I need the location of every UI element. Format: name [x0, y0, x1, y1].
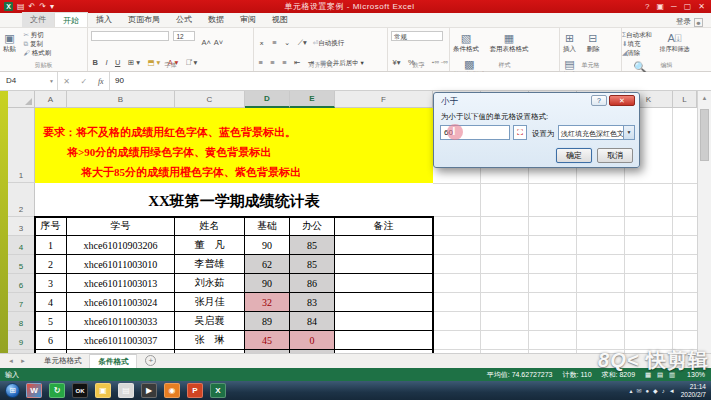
align-bottom-icon[interactable]: ⌄	[283, 38, 292, 47]
font-name-select[interactable]	[91, 31, 169, 41]
grow-font-icon[interactable]: A˄	[200, 38, 212, 47]
range-selector-button[interactable]: ⛶	[513, 125, 527, 140]
column-header-E[interactable]: E	[290, 91, 335, 108]
column-header-D[interactable]: D	[245, 91, 290, 108]
ribbon-tab-5[interactable]: 数据	[200, 12, 232, 27]
paste-button[interactable]: ▣粘贴	[0, 30, 19, 54]
column-header-A[interactable]: A	[35, 91, 67, 108]
undo-icon[interactable]: ↶	[29, 3, 36, 11]
confirm-entry-icon[interactable]: ✓	[81, 77, 88, 86]
cell-name[interactable]: 李普雄	[175, 255, 245, 274]
close-icon[interactable]: ✕	[698, 2, 705, 12]
cancel-button[interactable]: 取消	[597, 148, 633, 163]
scrollbar-thumb[interactable]	[700, 109, 709, 161]
row-header-8[interactable]: 8	[8, 312, 35, 331]
cell-name[interactable]: 吴启襄	[175, 312, 245, 331]
cell-office[interactable]: 0	[290, 331, 335, 350]
row-header-1[interactable]: 1	[8, 108, 35, 183]
namebox-dropdown-icon[interactable]: ▼	[49, 78, 54, 84]
table-header-3[interactable]: 基础	[245, 217, 290, 236]
tray-icon-0[interactable]: ▴	[629, 387, 632, 394]
requirements-cell[interactable]: 要求：将不及格的成绩用红色字体、蓝色背景标出。 将>90分的成绩用绿色字体、黄色…	[35, 108, 433, 183]
ok-button[interactable]: 确定	[556, 148, 592, 163]
autosum-button[interactable]: Σ自动求和	[622, 30, 652, 39]
orientation-icon[interactable]: ⟋▾	[296, 38, 308, 48]
bandicam-icon[interactable]: OK	[72, 383, 88, 398]
help-icon[interactable]: ?	[645, 2, 649, 12]
conditional-formatting-button[interactable]: ▧条件格式	[450, 30, 482, 54]
dialog-help-button[interactable]: ?	[591, 95, 607, 106]
row-header-6[interactable]: 6	[8, 274, 35, 293]
fill-button[interactable]: ⬇填充	[622, 39, 652, 48]
cell-no[interactable]: 2	[35, 255, 67, 274]
cell-remark[interactable]	[335, 274, 433, 293]
clear-button[interactable]: ◢清除	[622, 48, 652, 57]
tray-icon-3[interactable]: ◆	[653, 387, 658, 394]
restore-icon[interactable]: ▢	[684, 2, 692, 12]
table-title-cell[interactable]: XX班第一学期成绩统计表	[35, 183, 433, 217]
cell-id[interactable]: xhce61011003033	[67, 312, 175, 331]
vertical-scrollbar[interactable]: ▲	[697, 91, 711, 353]
cell-no[interactable]: 6	[35, 331, 67, 350]
cell-name[interactable]: 董 凡	[175, 236, 245, 255]
tray-icon-2[interactable]: ●	[645, 388, 649, 394]
tray-icon-1[interactable]: ✉	[636, 387, 641, 394]
ribbon-tab-7[interactable]: 视图	[264, 12, 296, 27]
cell-office[interactable]: 86	[290, 274, 335, 293]
row-header-2[interactable]: 2	[8, 183, 35, 217]
scroll-up-icon[interactable]: ▲	[698, 91, 711, 101]
name-box[interactable]: D4▼	[0, 72, 58, 90]
ribbon-tab-1[interactable]: 开始	[54, 12, 88, 27]
cell-remark[interactable]	[335, 312, 433, 331]
align-middle-icon[interactable]: ≡	[271, 38, 278, 47]
ribbon-tab-2[interactable]: 插入	[88, 12, 120, 27]
start-button[interactable]: ⊞	[5, 383, 20, 398]
number-format-select[interactable]: 常规	[391, 31, 443, 41]
cell-name[interactable]: 张月佳	[175, 293, 245, 312]
ribbon-tab-6[interactable]: 审阅	[232, 12, 264, 27]
column-header-B[interactable]: B	[67, 91, 175, 108]
table-header-2[interactable]: 姓名	[175, 217, 245, 236]
row-header-4[interactable]: 4	[8, 236, 35, 255]
format-as-table-button[interactable]: ▦套用表格格式	[486, 30, 531, 54]
table-header-0[interactable]: 序号	[35, 217, 67, 236]
cell-basic[interactable]: 45	[245, 331, 290, 350]
cell-remark[interactable]	[335, 236, 433, 255]
delete-cells-button[interactable]: ⊟删除	[583, 30, 602, 54]
cell-basic[interactable]: 90	[245, 274, 290, 293]
insert-cells-button[interactable]: ⊞插入	[560, 30, 579, 54]
wrap-text-button[interactable]: ⏎自动换行	[313, 39, 344, 46]
save-icon[interactable]: ▤	[17, 3, 25, 11]
cell-name[interactable]: 张 琳	[175, 331, 245, 350]
tab-scroll-right-icon[interactable]: ►	[20, 358, 26, 364]
ribbon-tab-3[interactable]: 页面布局	[120, 12, 168, 27]
cell-remark[interactable]	[335, 293, 433, 312]
align-top-icon[interactable]: ⌅	[257, 38, 266, 47]
cancel-entry-icon[interactable]: ✕	[63, 77, 70, 86]
cell-no[interactable]: 3	[35, 274, 67, 293]
powerpoint-icon[interactable]: P	[187, 383, 203, 398]
table-header-4[interactable]: 办公	[290, 217, 335, 236]
cell-no[interactable]: 4	[35, 293, 67, 312]
cell-id[interactable]: xhce61010903206	[67, 236, 175, 255]
cell-basic[interactable]: 62	[245, 255, 290, 274]
excel-icon[interactable]: X	[210, 383, 226, 398]
cell-id[interactable]: xhce61011003024	[67, 293, 175, 312]
tab-scroll-left-icon[interactable]: ◄	[8, 358, 14, 364]
ribbon-tab-4[interactable]: 公式	[168, 12, 200, 27]
formula-input[interactable]: 90	[110, 72, 711, 90]
select-all-corner[interactable]	[8, 91, 35, 108]
cell-id[interactable]: xhce61011003010	[67, 255, 175, 274]
notepad-icon[interactable]: ▤	[118, 383, 134, 398]
cell-id[interactable]: xhce61011003037	[67, 331, 175, 350]
sheet-tab-0[interactable]: 单元格格式	[36, 354, 91, 368]
cell-remark[interactable]	[335, 255, 433, 274]
360-safe-icon[interactable]: ↻	[49, 383, 65, 398]
redo-icon[interactable]: ↷	[39, 3, 46, 11]
column-header-C[interactable]: C	[175, 91, 245, 108]
taskbar-clock[interactable]: 21:14 2020/2/7	[675, 383, 711, 398]
row-header-3[interactable]: 3	[8, 217, 35, 236]
insert-function-icon[interactable]: fx	[98, 77, 104, 86]
cell-office[interactable]: 85	[290, 236, 335, 255]
new-sheet-button[interactable]: +	[145, 355, 156, 366]
